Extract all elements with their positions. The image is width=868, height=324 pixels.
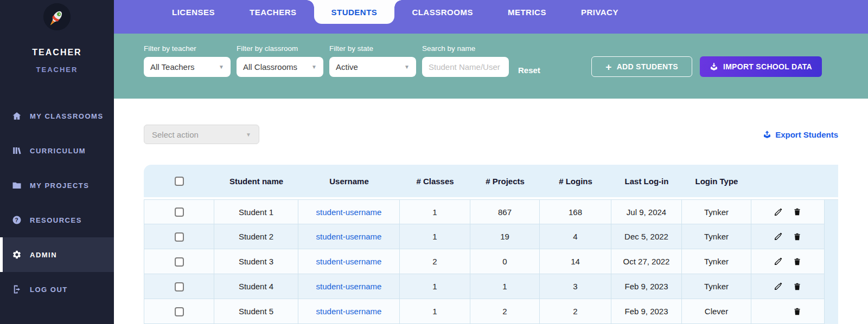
projects-cell: 0	[470, 249, 540, 274]
username-link[interactable]: student-username	[316, 282, 382, 291]
sidebar-item-label: LOG OUT	[30, 286, 68, 294]
filter-actions: + ADD STUDENTS IMPORT SCHOOL DATA	[591, 56, 822, 77]
sidebar-item-my-classrooms[interactable]: MY CLASSROOMS	[0, 99, 114, 133]
export-label: Export Students	[775, 130, 838, 139]
filter-classroom-label: Filter by classroom	[237, 44, 323, 53]
edit-student-button[interactable]	[774, 282, 783, 291]
rocket-dino-icon	[43, 3, 71, 30]
tab-privacy[interactable]: PRIVACY	[564, 0, 636, 34]
username-link[interactable]: student-username	[316, 208, 382, 217]
table-body: Student 1student-username1867168Jul 9, 2…	[144, 199, 838, 324]
card-edge	[825, 224, 838, 249]
sidebar-item-my-projects[interactable]: MY PROJECTS	[0, 168, 114, 203]
row-checkbox[interactable]	[175, 307, 184, 316]
last-login-cell: Feb 9, 2023	[611, 274, 682, 299]
last-login-cell: Dec 5, 2022	[611, 224, 682, 249]
tab-students[interactable]: STUDENTS	[314, 0, 395, 24]
row-checkbox-cell	[144, 249, 214, 274]
edit-student-button[interactable]	[774, 208, 783, 217]
search-input[interactable]	[422, 57, 509, 77]
tab-label: PRIVACY	[581, 8, 618, 17]
export-icon	[763, 130, 771, 139]
login-type-cell: Tynker	[682, 274, 751, 299]
search-field: Search by name	[422, 44, 509, 77]
tab-label: CLASSROOMS	[412, 8, 473, 17]
last-login-cell: Jul 9, 2024	[611, 199, 682, 224]
tab-classrooms[interactable]: CLASSROOMS	[394, 0, 490, 34]
login-type-cell: Tynker	[682, 249, 751, 274]
row-checkbox[interactable]	[175, 232, 184, 242]
tynker-logo	[43, 3, 71, 30]
tab-licenses[interactable]: LICENSES	[155, 0, 232, 34]
select-action-dropdown[interactable]: Select action ▼	[144, 125, 259, 144]
tab-metrics[interactable]: METRICS	[490, 0, 564, 34]
username-link[interactable]: student-username	[316, 307, 382, 316]
pencil-icon	[774, 208, 783, 217]
help-icon: ?	[12, 215, 22, 225]
students-table-card: Student name Username # Classes # Projec…	[144, 165, 838, 324]
username-link[interactable]: student-username	[316, 232, 382, 241]
students-table: Student name Username # Classes # Projec…	[144, 165, 838, 324]
actions-cell	[751, 299, 825, 324]
import-school-data-button[interactable]: IMPORT SCHOOL DATA	[700, 56, 822, 77]
sidebar-item-log-out[interactable]: LOG OUT	[0, 272, 114, 307]
logins-cell: 14	[540, 249, 611, 274]
brand-title: TEACHER	[0, 48, 114, 57]
home-icon	[12, 111, 22, 121]
filter-state-select[interactable]: Active ▼	[329, 57, 416, 77]
trash-icon	[793, 232, 801, 241]
reset-button[interactable]: Reset	[518, 60, 540, 80]
row-checkbox[interactable]	[175, 257, 184, 267]
trash-icon	[793, 282, 801, 291]
delete-student-button[interactable]	[793, 282, 802, 291]
filter-classroom-select[interactable]: All Classrooms ▼	[237, 57, 323, 77]
delete-student-button[interactable]	[793, 232, 802, 241]
username-cell: student-username	[298, 274, 400, 299]
login-type-cell: Clever	[682, 299, 751, 324]
edit-student-button[interactable]	[774, 232, 783, 241]
row-checkbox[interactable]	[175, 282, 184, 291]
row-checkbox-cell	[144, 299, 214, 324]
row-checkbox[interactable]	[175, 208, 184, 217]
classes-cell: 1	[400, 274, 470, 299]
add-students-button[interactable]: + ADD STUDENTS	[591, 56, 692, 77]
sidebar-item-resources[interactable]: ? RESOURCES	[0, 203, 114, 237]
plus-icon: +	[605, 62, 611, 72]
delete-student-button[interactable]	[793, 257, 802, 266]
sidebar-item-admin[interactable]: ADMIN	[0, 237, 114, 272]
trash-icon	[793, 307, 801, 316]
classes-cell: 1	[400, 299, 470, 324]
sidebar-menu: MY CLASSROOMS CURRICULUM MY PROJECTS ? R…	[0, 99, 114, 307]
trash-icon	[793, 257, 801, 266]
edit-student-button[interactable]	[774, 257, 783, 266]
sidebar-item-label: MY CLASSROOMS	[30, 112, 104, 120]
column-header-logins: # Logins	[540, 165, 611, 197]
filter-state-value: Active	[336, 62, 358, 72]
select-action-label: Select action	[152, 130, 199, 139]
tab-teachers[interactable]: TEACHERS	[232, 0, 314, 34]
table-row: Student 1student-username1867168Jul 9, 2…	[144, 199, 838, 224]
column-header-projects: # Projects	[470, 165, 540, 197]
sidebar-item-curriculum[interactable]: CURRICULUM	[0, 133, 114, 168]
student-name-cell: Student 4	[214, 274, 298, 299]
table-header: Student name Username # Classes # Projec…	[144, 165, 838, 199]
chevron-down-icon: ▼	[219, 64, 224, 70]
row-checkbox-cell	[144, 274, 214, 299]
table-row: Student 4student-username113Feb 9, 2023T…	[144, 274, 838, 299]
select-all-checkbox[interactable]	[175, 177, 184, 186]
filter-teacher-select[interactable]: All Teachers ▼	[144, 57, 231, 77]
filter-teacher-field: Filter by teacher All Teachers ▼	[144, 44, 231, 77]
projects-cell: 2	[470, 299, 540, 324]
export-students-link[interactable]: Export Students	[763, 130, 838, 139]
sidebar: TEACHER TEACHER MY CLASSROOMS CURRICULUM…	[0, 0, 114, 324]
tab-label: METRICS	[508, 8, 546, 17]
card-edge	[825, 299, 838, 324]
folder-icon	[12, 180, 22, 190]
username-cell: student-username	[298, 299, 400, 324]
delete-student-button[interactable]	[793, 208, 802, 216]
projects-cell: 19	[470, 224, 540, 249]
delete-student-button[interactable]	[793, 307, 802, 316]
username-link[interactable]: student-username	[316, 257, 382, 266]
filter-classroom-value: All Classrooms	[243, 62, 297, 72]
column-header-login-type: Login Type	[682, 165, 751, 197]
